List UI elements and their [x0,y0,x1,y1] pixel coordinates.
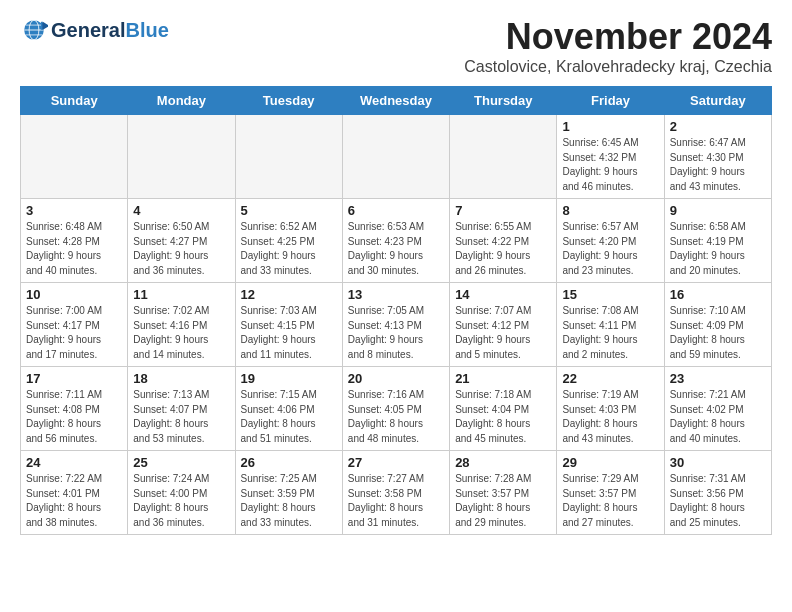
day-info: Sunrise: 6:47 AM Sunset: 4:30 PM Dayligh… [670,136,766,194]
calendar-week-3: 10Sunrise: 7:00 AM Sunset: 4:17 PM Dayli… [21,283,772,367]
calendar-cell: 25Sunrise: 7:24 AM Sunset: 4:00 PM Dayli… [128,451,235,535]
calendar-cell: 28Sunrise: 7:28 AM Sunset: 3:57 PM Dayli… [450,451,557,535]
title-section: November 2024 Castolovice, Kralovehradec… [464,16,772,76]
month-title: November 2024 [464,16,772,58]
day-info: Sunrise: 6:52 AM Sunset: 4:25 PM Dayligh… [241,220,337,278]
calendar-cell: 13Sunrise: 7:05 AM Sunset: 4:13 PM Dayli… [342,283,449,367]
day-number: 5 [241,203,337,218]
calendar-cell: 30Sunrise: 7:31 AM Sunset: 3:56 PM Dayli… [664,451,771,535]
day-number: 27 [348,455,444,470]
day-number: 30 [670,455,766,470]
day-number: 3 [26,203,122,218]
page-header: GeneralBlue November 2024 Castolovice, K… [20,16,772,76]
calendar-week-1: 1Sunrise: 6:45 AM Sunset: 4:32 PM Daylig… [21,115,772,199]
day-info: Sunrise: 7:19 AM Sunset: 4:03 PM Dayligh… [562,388,658,446]
day-info: Sunrise: 7:03 AM Sunset: 4:15 PM Dayligh… [241,304,337,362]
day-info: Sunrise: 7:11 AM Sunset: 4:08 PM Dayligh… [26,388,122,446]
day-info: Sunrise: 7:00 AM Sunset: 4:17 PM Dayligh… [26,304,122,362]
day-number: 11 [133,287,229,302]
day-info: Sunrise: 7:08 AM Sunset: 4:11 PM Dayligh… [562,304,658,362]
col-header-wednesday: Wednesday [342,87,449,115]
calendar-cell: 27Sunrise: 7:27 AM Sunset: 3:58 PM Dayli… [342,451,449,535]
calendar-cell: 19Sunrise: 7:15 AM Sunset: 4:06 PM Dayli… [235,367,342,451]
calendar-week-4: 17Sunrise: 7:11 AM Sunset: 4:08 PM Dayli… [21,367,772,451]
day-number: 14 [455,287,551,302]
calendar-cell: 14Sunrise: 7:07 AM Sunset: 4:12 PM Dayli… [450,283,557,367]
day-info: Sunrise: 6:45 AM Sunset: 4:32 PM Dayligh… [562,136,658,194]
calendar-cell: 12Sunrise: 7:03 AM Sunset: 4:15 PM Dayli… [235,283,342,367]
day-info: Sunrise: 7:24 AM Sunset: 4:00 PM Dayligh… [133,472,229,530]
day-info: Sunrise: 7:02 AM Sunset: 4:16 PM Dayligh… [133,304,229,362]
calendar-cell: 23Sunrise: 7:21 AM Sunset: 4:02 PM Dayli… [664,367,771,451]
calendar-cell: 6Sunrise: 6:53 AM Sunset: 4:23 PM Daylig… [342,199,449,283]
calendar-week-5: 24Sunrise: 7:22 AM Sunset: 4:01 PM Dayli… [21,451,772,535]
day-number: 26 [241,455,337,470]
calendar-week-2: 3Sunrise: 6:48 AM Sunset: 4:28 PM Daylig… [21,199,772,283]
calendar-cell: 17Sunrise: 7:11 AM Sunset: 4:08 PM Dayli… [21,367,128,451]
location-title: Castolovice, Kralovehradecky kraj, Czech… [464,58,772,76]
col-header-saturday: Saturday [664,87,771,115]
day-number: 22 [562,371,658,386]
calendar-cell [450,115,557,199]
day-info: Sunrise: 6:55 AM Sunset: 4:22 PM Dayligh… [455,220,551,278]
calendar-cell: 15Sunrise: 7:08 AM Sunset: 4:11 PM Dayli… [557,283,664,367]
day-number: 29 [562,455,658,470]
logo-icon [20,16,48,44]
calendar-cell [342,115,449,199]
day-info: Sunrise: 7:25 AM Sunset: 3:59 PM Dayligh… [241,472,337,530]
calendar-header-row: SundayMondayTuesdayWednesdayThursdayFrid… [21,87,772,115]
calendar-cell: 16Sunrise: 7:10 AM Sunset: 4:09 PM Dayli… [664,283,771,367]
day-number: 10 [26,287,122,302]
day-number: 6 [348,203,444,218]
day-info: Sunrise: 7:07 AM Sunset: 4:12 PM Dayligh… [455,304,551,362]
calendar-cell: 4Sunrise: 6:50 AM Sunset: 4:27 PM Daylig… [128,199,235,283]
day-info: Sunrise: 7:10 AM Sunset: 4:09 PM Dayligh… [670,304,766,362]
day-number: 2 [670,119,766,134]
day-info: Sunrise: 6:48 AM Sunset: 4:28 PM Dayligh… [26,220,122,278]
day-info: Sunrise: 6:50 AM Sunset: 4:27 PM Dayligh… [133,220,229,278]
logo: GeneralBlue [20,16,169,44]
calendar-cell [235,115,342,199]
day-info: Sunrise: 7:05 AM Sunset: 4:13 PM Dayligh… [348,304,444,362]
day-info: Sunrise: 7:21 AM Sunset: 4:02 PM Dayligh… [670,388,766,446]
calendar-cell: 29Sunrise: 7:29 AM Sunset: 3:57 PM Dayli… [557,451,664,535]
day-number: 8 [562,203,658,218]
calendar-cell: 7Sunrise: 6:55 AM Sunset: 4:22 PM Daylig… [450,199,557,283]
logo-text: GeneralBlue [51,19,169,41]
calendar-cell: 24Sunrise: 7:22 AM Sunset: 4:01 PM Dayli… [21,451,128,535]
day-number: 1 [562,119,658,134]
day-info: Sunrise: 6:58 AM Sunset: 4:19 PM Dayligh… [670,220,766,278]
day-number: 24 [26,455,122,470]
calendar-cell: 21Sunrise: 7:18 AM Sunset: 4:04 PM Dayli… [450,367,557,451]
col-header-sunday: Sunday [21,87,128,115]
day-number: 20 [348,371,444,386]
calendar-cell: 11Sunrise: 7:02 AM Sunset: 4:16 PM Dayli… [128,283,235,367]
day-number: 13 [348,287,444,302]
calendar-cell: 2Sunrise: 6:47 AM Sunset: 4:30 PM Daylig… [664,115,771,199]
day-number: 25 [133,455,229,470]
col-header-monday: Monday [128,87,235,115]
day-number: 18 [133,371,229,386]
day-number: 16 [670,287,766,302]
day-info: Sunrise: 7:16 AM Sunset: 4:05 PM Dayligh… [348,388,444,446]
day-info: Sunrise: 7:22 AM Sunset: 4:01 PM Dayligh… [26,472,122,530]
calendar-cell: 1Sunrise: 6:45 AM Sunset: 4:32 PM Daylig… [557,115,664,199]
calendar-cell [128,115,235,199]
col-header-friday: Friday [557,87,664,115]
calendar-table: SundayMondayTuesdayWednesdayThursdayFrid… [20,86,772,535]
calendar-cell: 8Sunrise: 6:57 AM Sunset: 4:20 PM Daylig… [557,199,664,283]
day-number: 21 [455,371,551,386]
day-info: Sunrise: 6:57 AM Sunset: 4:20 PM Dayligh… [562,220,658,278]
day-number: 28 [455,455,551,470]
col-header-thursday: Thursday [450,87,557,115]
day-info: Sunrise: 7:31 AM Sunset: 3:56 PM Dayligh… [670,472,766,530]
calendar-cell: 10Sunrise: 7:00 AM Sunset: 4:17 PM Dayli… [21,283,128,367]
day-number: 15 [562,287,658,302]
calendar-cell: 20Sunrise: 7:16 AM Sunset: 4:05 PM Dayli… [342,367,449,451]
day-info: Sunrise: 7:15 AM Sunset: 4:06 PM Dayligh… [241,388,337,446]
day-info: Sunrise: 7:27 AM Sunset: 3:58 PM Dayligh… [348,472,444,530]
calendar-cell: 26Sunrise: 7:25 AM Sunset: 3:59 PM Dayli… [235,451,342,535]
calendar-cell: 18Sunrise: 7:13 AM Sunset: 4:07 PM Dayli… [128,367,235,451]
day-number: 9 [670,203,766,218]
day-number: 7 [455,203,551,218]
